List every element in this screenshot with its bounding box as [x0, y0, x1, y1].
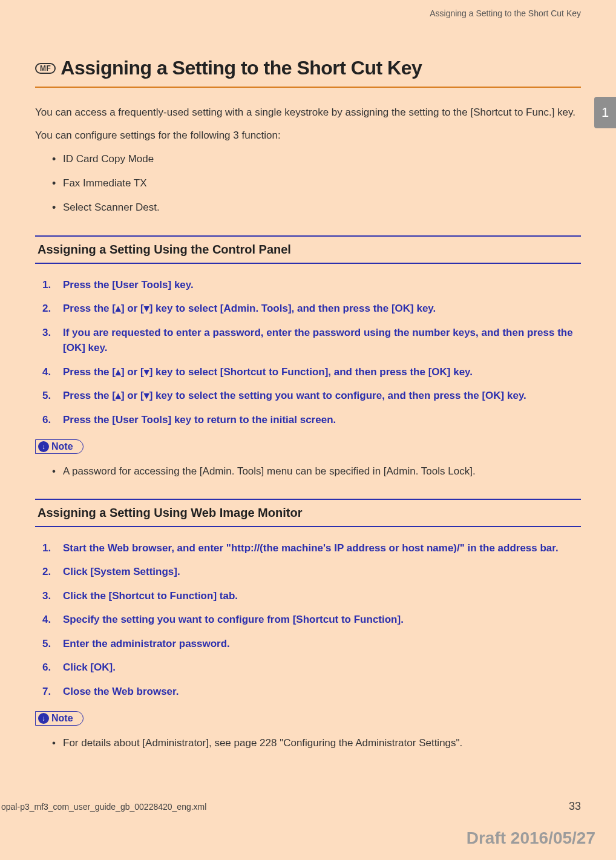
step-item: If you are requested to enter a password…: [42, 325, 581, 356]
section-web-image-monitor: Assigning a Setting Using Web Image Moni…: [35, 499, 581, 751]
step-item: Enter the administrator password.: [42, 636, 581, 652]
note-item: For details about [Administrator], see p…: [52, 735, 581, 751]
section-heading: Assigning a Setting Using the Control Pa…: [35, 235, 581, 264]
section-heading: Assigning a Setting Using Web Image Moni…: [35, 499, 581, 527]
step-item: Press the [▴] or [▾] key to select [Shor…: [42, 364, 581, 380]
page-number: 33: [569, 800, 581, 813]
step-item: Specify the setting you want to configur…: [42, 612, 581, 628]
step-item: Press the [User Tools] key.: [42, 277, 581, 293]
step-item: Press the [▴] or [▾] key to select [Admi…: [42, 301, 581, 317]
intro-paragraph-1: You can access a frequently-used setting…: [35, 105, 581, 120]
footer-filename: opal-p3_mf3_com_user_guide_gb_00228420_e…: [1, 802, 206, 812]
list-item: ID Card Copy Mode: [52, 151, 581, 167]
page-title: Assigning a Setting to the Short Cut Key: [61, 57, 422, 79]
step-item: Press the [User Tools] key to return to …: [42, 412, 581, 428]
section-control-panel: Assigning a Setting Using the Control Pa…: [35, 235, 581, 479]
note-badge: ↓ Note: [35, 439, 84, 454]
running-header: Assigning a Setting to the Short Cut Key: [35, 0, 581, 18]
intro-block: You can access a frequently-used setting…: [35, 105, 581, 216]
step-item: Click [System Settings].: [42, 564, 581, 580]
step-item: Press the [▴] or [▾] key to select the s…: [42, 388, 581, 404]
step-item: Start the Web browser, and enter "http:/…: [42, 540, 581, 556]
list-item: Fax Immediate TX: [52, 176, 581, 191]
list-item: Select Scanner Dest.: [52, 200, 581, 215]
draft-watermark: Draft 2016/05/27: [467, 829, 595, 848]
note-label: Note: [51, 713, 73, 724]
page-footer: opal-p3_mf3_com_user_guide_gb_00228420_e…: [0, 800, 616, 813]
section-tab: 1: [594, 97, 616, 128]
arrow-down-icon: ↓: [38, 713, 49, 724]
mf-badge-icon: MF: [35, 63, 56, 74]
note-label: Note: [51, 441, 73, 452]
note-item: A password for accessing the [Admin. Too…: [52, 464, 581, 479]
step-item: Click [OK].: [42, 660, 581, 675]
step-item: Click the [Shortcut to Function] tab.: [42, 588, 581, 604]
note-badge: ↓ Note: [35, 711, 84, 726]
step-item: Close the Web browser.: [42, 684, 581, 700]
arrow-down-icon: ↓: [38, 441, 49, 452]
intro-paragraph-2: You can configure settings for the follo…: [35, 128, 581, 143]
